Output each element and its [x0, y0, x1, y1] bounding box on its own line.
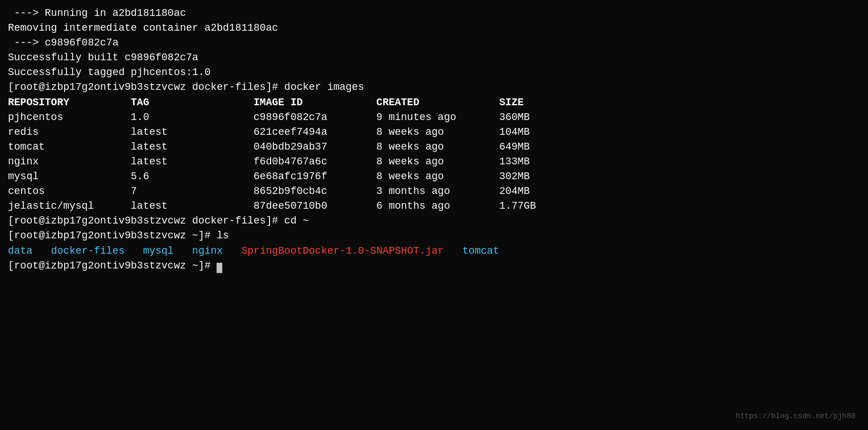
terminal-cursor [217, 263, 222, 273]
terminal-prompt[interactable]: [root@izbp17g2ontiv9b3stzvcwz ~]# [8, 258, 860, 273]
terminal-row-redis: redis latest 621ceef7494a 8 weeks ago 10… [8, 125, 860, 139]
ls-item-data: data [8, 245, 32, 257]
ls-item-jar: SpringBootDocker-1.0-SNAPSHOT.jar [242, 245, 444, 257]
terminal-row-tomcat: tomcat latest 040bdb29ab37 8 weeks ago 6… [8, 139, 860, 154]
terminal-row-jelastic: jelastic/mysql latest 87dee50710b0 6 mon… [8, 199, 860, 213]
terminal-line-2: Removing intermediate container a2bd1811… [8, 20, 860, 35]
terminal-line-1: ---> Running in a2bd181180ac [8, 6, 860, 20]
terminal-row-pjhcentos: pjhcentos 1.0 c9896f082c7a 9 minutes ago… [8, 110, 860, 125]
terminal-line-5: Successfully tagged pjhcentos:1.0 [8, 65, 860, 80]
ls-item-mysql: mysql [143, 245, 174, 257]
terminal-line-ls: [root@izbp17g2ontiv9b3stzvcwz ~]# ls [8, 228, 860, 243]
terminal-line-6: [root@izbp17g2ontiv9b3stzvcwz docker-fil… [8, 80, 860, 94]
watermark: https://blog.csdn.net/pjh88 [736, 411, 855, 422]
terminal-row-centos: centos 7 8652b9f0cb4c 3 months ago 204MB [8, 184, 860, 199]
ls-item-docker-files: docker-files [51, 245, 125, 257]
terminal-ls-output: data docker-files mysql nginx SpringBoot… [8, 243, 860, 258]
terminal-line-3: ---> c9896f082c7a [8, 35, 860, 50]
ls-item-tomcat: tomcat [462, 245, 499, 257]
terminal-row-nginx: nginx latest f6d0b4767a6c 8 weeks ago 13… [8, 154, 860, 169]
terminal-row-mysql: mysql 5.6 6e68afc1976f 8 weeks ago 302MB [8, 169, 860, 184]
ls-item-nginx: nginx [192, 245, 223, 257]
terminal-line-cd: [root@izbp17g2ontiv9b3stzvcwz docker-fil… [8, 213, 860, 228]
terminal-table-header: REPOSITORY TAG IMAGE ID CREATED SIZE [8, 95, 860, 110]
terminal-line-4: Successfully built c9896f082c7a [8, 50, 860, 65]
terminal: ---> Running in a2bd181180ac Removing in… [8, 6, 860, 424]
